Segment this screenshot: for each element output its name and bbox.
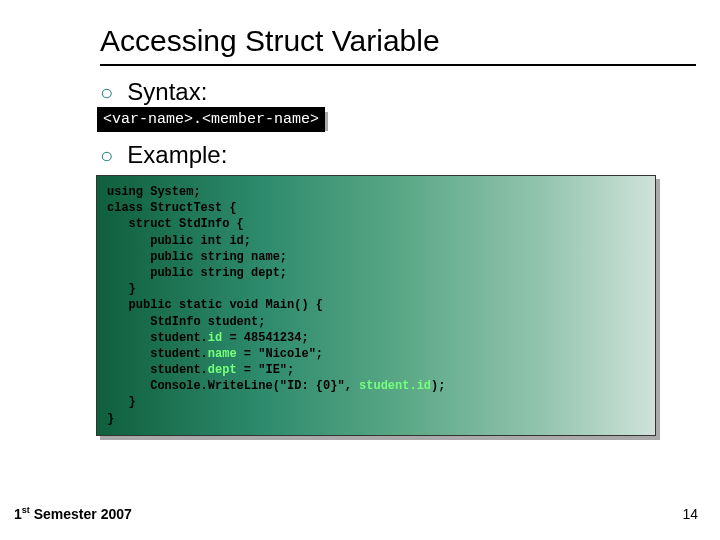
code-highlight: dept bbox=[208, 363, 237, 377]
code-line: public int id; bbox=[107, 234, 251, 248]
syntax-box: <var-name>.<member-name> bbox=[100, 112, 696, 131]
code-line: using System; bbox=[107, 185, 201, 199]
code-line: struct StdInfo { bbox=[107, 217, 244, 231]
code-highlight: id bbox=[208, 331, 222, 345]
code-line: public static void Main() { bbox=[107, 298, 323, 312]
code-line: } bbox=[107, 282, 136, 296]
bullet-example: ○ Example: bbox=[100, 141, 696, 169]
code-line: public string dept; bbox=[107, 266, 287, 280]
code-highlight: student.id bbox=[359, 379, 431, 393]
slide-title: Accessing Struct Variable bbox=[100, 24, 696, 66]
code-highlight: name bbox=[208, 347, 237, 361]
code-line: Console.WriteLine("ID: {0}", student.id)… bbox=[107, 379, 445, 393]
hollow-bullet-icon: ○ bbox=[100, 80, 113, 106]
code-block: using System; class StructTest { struct … bbox=[100, 179, 660, 440]
code-line: class StructTest { bbox=[107, 201, 237, 215]
syntax-text: <var-name>.<member-name> bbox=[97, 107, 325, 132]
example-label: Example: bbox=[127, 141, 227, 169]
page-number: 14 bbox=[682, 506, 698, 522]
slide-body: Accessing Struct Variable ○ Syntax: <var… bbox=[0, 0, 720, 440]
bullet-syntax: ○ Syntax: bbox=[100, 78, 696, 106]
code-line: student.dept = "IE"; bbox=[107, 363, 294, 377]
code-line: student.id = 48541234; bbox=[107, 331, 309, 345]
footer-semester: 1st Semester 2007 bbox=[14, 505, 132, 522]
code-line: StdInfo student; bbox=[107, 315, 265, 329]
code-line: } bbox=[107, 412, 114, 426]
code-line: } bbox=[107, 395, 136, 409]
code-line: student.name = "Nicole"; bbox=[107, 347, 323, 361]
syntax-label: Syntax: bbox=[127, 78, 207, 106]
code-line: public string name; bbox=[107, 250, 287, 264]
